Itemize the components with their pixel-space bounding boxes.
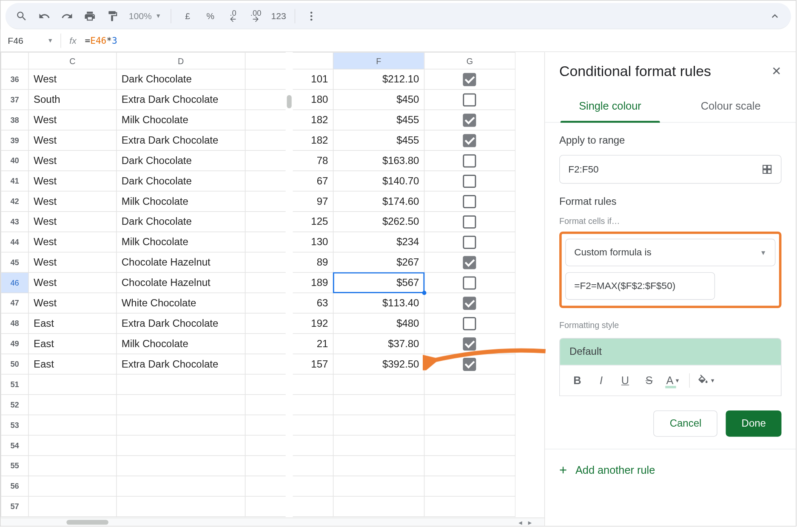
checkbox[interactable] (463, 276, 476, 289)
cell[interactable]: West (28, 212, 117, 232)
row-header[interactable]: 55 (1, 456, 28, 476)
cell[interactable] (28, 476, 117, 496)
horizontal-scrollbar[interactable]: ◄ ► (0, 518, 544, 526)
cell[interactable] (28, 374, 117, 395)
cell[interactable]: $174.60 (333, 191, 424, 212)
cell[interactable]: East (28, 354, 117, 374)
cell[interactable] (424, 191, 515, 212)
add-rule-button[interactable]: + Add another rule (545, 449, 796, 491)
checkbox[interactable] (463, 256, 476, 269)
cell[interactable] (333, 415, 424, 435)
cell[interactable]: $37.80 (333, 334, 424, 354)
done-button[interactable]: Done (726, 410, 781, 437)
cell[interactable]: West (28, 69, 117, 90)
fill-color-icon[interactable]: ▼ (695, 371, 717, 391)
cell[interactable]: $455 (333, 130, 424, 150)
cell[interactable]: Dark Chocolate (117, 150, 245, 171)
cell[interactable] (117, 456, 245, 476)
underline-icon[interactable]: U (614, 371, 637, 391)
tab-colour-scale[interactable]: Colour scale (670, 91, 791, 122)
cell[interactable]: West (28, 272, 117, 293)
cell[interactable]: $455 (333, 110, 424, 130)
currency-button[interactable]: £ (177, 11, 198, 21)
more-icon[interactable] (302, 6, 322, 26)
cell[interactable] (333, 476, 424, 496)
cell[interactable]: $113.40 (333, 293, 424, 313)
increase-decimal-icon[interactable]: .00 (246, 6, 266, 26)
condition-dropdown[interactable]: Custom formula is ▼ (565, 239, 775, 266)
scroll-left-icon[interactable]: ◄ (515, 518, 525, 526)
checkbox[interactable] (463, 134, 476, 147)
checkbox[interactable] (463, 317, 476, 330)
cell[interactable]: $392.50 (333, 354, 424, 374)
cell[interactable]: Chocolate Hazelnut (117, 272, 245, 293)
cell[interactable]: $567 (333, 272, 424, 293)
cell[interactable] (333, 496, 424, 517)
name-box[interactable]: F46 ▼ (0, 35, 60, 45)
cell[interactable]: East (28, 334, 117, 354)
style-preview[interactable]: Default (560, 339, 781, 365)
collapse-toolbar-icon[interactable] (765, 6, 785, 26)
cell[interactable] (424, 313, 515, 334)
row-header[interactable]: 44 (1, 232, 28, 252)
cell[interactable]: $267 (333, 252, 424, 272)
cell[interactable]: Milk Chocolate (117, 191, 245, 212)
col-header-C[interactable]: C (28, 52, 117, 69)
cell[interactable] (424, 110, 515, 130)
cell[interactable]: $140.70 (333, 171, 424, 191)
cell[interactable] (424, 150, 515, 171)
paint-format-icon[interactable] (102, 6, 123, 26)
cell[interactable]: $234 (333, 232, 424, 252)
cell[interactable] (424, 130, 515, 150)
row-header[interactable]: 49 (1, 334, 28, 354)
checkbox[interactable] (463, 174, 476, 187)
col-header-G[interactable]: G (424, 52, 515, 69)
undo-icon[interactable] (34, 6, 54, 26)
cell[interactable]: $450 (333, 89, 424, 110)
cell[interactable]: $480 (333, 313, 424, 334)
cell[interactable]: Extra Dark Chocolate (117, 89, 245, 110)
row-header[interactable]: 52 (1, 395, 28, 415)
cell[interactable] (117, 435, 245, 456)
cell[interactable]: West (28, 150, 117, 171)
cell[interactable]: Milk Chocolate (117, 334, 245, 354)
formula-input[interactable]: =E46*3 (85, 35, 117, 45)
row-header[interactable]: 47 (1, 293, 28, 313)
cell[interactable] (117, 496, 245, 517)
cell[interactable]: West (28, 191, 117, 212)
cell[interactable] (424, 232, 515, 252)
cell[interactable]: Extra Dark Chocolate (117, 354, 245, 374)
cell[interactable]: Dark Chocolate (117, 171, 245, 191)
close-icon[interactable]: ✕ (771, 64, 782, 79)
row-header[interactable]: 57 (1, 496, 28, 517)
bold-icon[interactable]: B (566, 371, 589, 391)
cell[interactable] (424, 69, 515, 90)
cell[interactable]: White Chocolate (117, 293, 245, 313)
row-header[interactable]: 46 (1, 272, 28, 293)
cell[interactable] (424, 212, 515, 232)
cell[interactable] (424, 456, 515, 476)
cell[interactable] (424, 395, 515, 415)
cell[interactable]: West (28, 110, 117, 130)
text-color-icon[interactable]: A▼ (662, 371, 685, 391)
checkbox[interactable] (463, 154, 476, 167)
cell[interactable] (424, 293, 515, 313)
cell[interactable] (333, 435, 424, 456)
cell[interactable]: Chocolate Hazelnut (117, 252, 245, 272)
cell[interactable] (117, 395, 245, 415)
cell[interactable] (28, 415, 117, 435)
scroll-right-icon[interactable]: ► (525, 518, 535, 526)
cell[interactable]: West (28, 130, 117, 150)
col-header-F[interactable]: F (333, 52, 424, 69)
cell[interactable] (117, 415, 245, 435)
cell[interactable] (424, 272, 515, 293)
row-header[interactable]: 39 (1, 130, 28, 150)
checkbox[interactable] (463, 195, 476, 208)
row-header[interactable]: 40 (1, 150, 28, 171)
cell[interactable] (424, 354, 515, 374)
row-header[interactable]: 51 (1, 374, 28, 395)
cancel-button[interactable]: Cancel (654, 410, 718, 437)
checkbox[interactable] (463, 235, 476, 249)
search-icon[interactable] (11, 6, 32, 26)
cell[interactable] (117, 476, 245, 496)
